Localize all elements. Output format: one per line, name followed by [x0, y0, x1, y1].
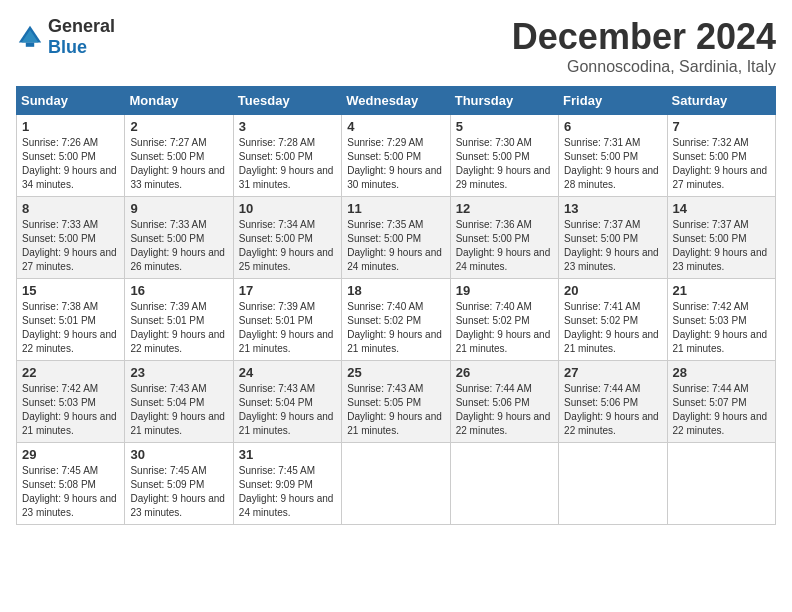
day-number: 7 — [673, 119, 770, 134]
weekday-header-monday: Monday — [125, 87, 233, 115]
day-info: Sunrise: 7:44 AMSunset: 5:07 PMDaylight:… — [673, 383, 768, 436]
day-number: 12 — [456, 201, 553, 216]
day-number: 31 — [239, 447, 336, 462]
day-info: Sunrise: 7:40 AMSunset: 5:02 PMDaylight:… — [347, 301, 442, 354]
weekday-header-friday: Friday — [559, 87, 667, 115]
weekday-header-thursday: Thursday — [450, 87, 558, 115]
day-info: Sunrise: 7:43 AMSunset: 5:04 PMDaylight:… — [130, 383, 225, 436]
day-info: Sunrise: 7:39 AMSunset: 5:01 PMDaylight:… — [130, 301, 225, 354]
calendar-week-row: 29Sunrise: 7:45 AMSunset: 5:08 PMDayligh… — [17, 443, 776, 525]
day-info: Sunrise: 7:33 AMSunset: 5:00 PMDaylight:… — [130, 219, 225, 272]
calendar-cell: 2Sunrise: 7:27 AMSunset: 5:00 PMDaylight… — [125, 115, 233, 197]
calendar-cell: 6Sunrise: 7:31 AMSunset: 5:00 PMDaylight… — [559, 115, 667, 197]
day-number: 21 — [673, 283, 770, 298]
calendar-cell: 14Sunrise: 7:37 AMSunset: 5:00 PMDayligh… — [667, 197, 775, 279]
weekday-header-saturday: Saturday — [667, 87, 775, 115]
day-number: 9 — [130, 201, 227, 216]
calendar-cell: 22Sunrise: 7:42 AMSunset: 5:03 PMDayligh… — [17, 361, 125, 443]
day-info: Sunrise: 7:45 AMSunset: 5:09 PMDaylight:… — [130, 465, 225, 518]
calendar-cell — [342, 443, 450, 525]
month-title: December 2024 — [512, 16, 776, 58]
day-info: Sunrise: 7:40 AMSunset: 5:02 PMDaylight:… — [456, 301, 551, 354]
day-info: Sunrise: 7:31 AMSunset: 5:00 PMDaylight:… — [564, 137, 659, 190]
day-number: 19 — [456, 283, 553, 298]
day-number: 20 — [564, 283, 661, 298]
day-info: Sunrise: 7:37 AMSunset: 5:00 PMDaylight:… — [564, 219, 659, 272]
day-info: Sunrise: 7:34 AMSunset: 5:00 PMDaylight:… — [239, 219, 334, 272]
calendar-cell — [667, 443, 775, 525]
logo-blue: Blue — [48, 37, 87, 57]
weekday-header-tuesday: Tuesday — [233, 87, 341, 115]
calendar-cell — [450, 443, 558, 525]
calendar-cell: 10Sunrise: 7:34 AMSunset: 5:00 PMDayligh… — [233, 197, 341, 279]
day-number: 27 — [564, 365, 661, 380]
calendar-cell: 26Sunrise: 7:44 AMSunset: 5:06 PMDayligh… — [450, 361, 558, 443]
calendar-cell: 15Sunrise: 7:38 AMSunset: 5:01 PMDayligh… — [17, 279, 125, 361]
calendar-cell: 17Sunrise: 7:39 AMSunset: 5:01 PMDayligh… — [233, 279, 341, 361]
calendar-week-row: 22Sunrise: 7:42 AMSunset: 5:03 PMDayligh… — [17, 361, 776, 443]
calendar-cell: 1Sunrise: 7:26 AMSunset: 5:00 PMDaylight… — [17, 115, 125, 197]
calendar-cell: 5Sunrise: 7:30 AMSunset: 5:00 PMDaylight… — [450, 115, 558, 197]
day-info: Sunrise: 7:33 AMSunset: 5:00 PMDaylight:… — [22, 219, 117, 272]
day-info: Sunrise: 7:41 AMSunset: 5:02 PMDaylight:… — [564, 301, 659, 354]
logo-icon — [16, 23, 44, 51]
title-area: December 2024 Gonnoscodina, Sardinia, It… — [512, 16, 776, 76]
day-number: 13 — [564, 201, 661, 216]
calendar-cell: 23Sunrise: 7:43 AMSunset: 5:04 PMDayligh… — [125, 361, 233, 443]
day-number: 2 — [130, 119, 227, 134]
calendar-week-row: 8Sunrise: 7:33 AMSunset: 5:00 PMDaylight… — [17, 197, 776, 279]
day-number: 22 — [22, 365, 119, 380]
day-info: Sunrise: 7:35 AMSunset: 5:00 PMDaylight:… — [347, 219, 442, 272]
logo: General Blue — [16, 16, 115, 58]
calendar-cell: 24Sunrise: 7:43 AMSunset: 5:04 PMDayligh… — [233, 361, 341, 443]
calendar-cell: 27Sunrise: 7:44 AMSunset: 5:06 PMDayligh… — [559, 361, 667, 443]
day-number: 6 — [564, 119, 661, 134]
day-number: 4 — [347, 119, 444, 134]
calendar-cell: 21Sunrise: 7:42 AMSunset: 5:03 PMDayligh… — [667, 279, 775, 361]
calendar-week-row: 15Sunrise: 7:38 AMSunset: 5:01 PMDayligh… — [17, 279, 776, 361]
calendar-cell: 31Sunrise: 7:45 AMSunset: 9:09 PMDayligh… — [233, 443, 341, 525]
calendar-cell: 7Sunrise: 7:32 AMSunset: 5:00 PMDaylight… — [667, 115, 775, 197]
day-number: 5 — [456, 119, 553, 134]
calendar-table: SundayMondayTuesdayWednesdayThursdayFrid… — [16, 86, 776, 525]
day-info: Sunrise: 7:39 AMSunset: 5:01 PMDaylight:… — [239, 301, 334, 354]
day-number: 18 — [347, 283, 444, 298]
day-info: Sunrise: 7:42 AMSunset: 5:03 PMDaylight:… — [673, 301, 768, 354]
svg-rect-2 — [26, 43, 34, 47]
weekday-header-sunday: Sunday — [17, 87, 125, 115]
day-number: 29 — [22, 447, 119, 462]
calendar-cell: 11Sunrise: 7:35 AMSunset: 5:00 PMDayligh… — [342, 197, 450, 279]
day-number: 16 — [130, 283, 227, 298]
day-info: Sunrise: 7:29 AMSunset: 5:00 PMDaylight:… — [347, 137, 442, 190]
weekday-header-wednesday: Wednesday — [342, 87, 450, 115]
calendar-cell: 18Sunrise: 7:40 AMSunset: 5:02 PMDayligh… — [342, 279, 450, 361]
day-info: Sunrise: 7:38 AMSunset: 5:01 PMDaylight:… — [22, 301, 117, 354]
calendar-cell: 3Sunrise: 7:28 AMSunset: 5:00 PMDaylight… — [233, 115, 341, 197]
day-number: 14 — [673, 201, 770, 216]
weekday-header-row: SundayMondayTuesdayWednesdayThursdayFrid… — [17, 87, 776, 115]
day-info: Sunrise: 7:45 AMSunset: 5:08 PMDaylight:… — [22, 465, 117, 518]
day-number: 28 — [673, 365, 770, 380]
page-header: General Blue December 2024 Gonnoscodina,… — [16, 16, 776, 76]
day-info: Sunrise: 7:36 AMSunset: 5:00 PMDaylight:… — [456, 219, 551, 272]
day-number: 30 — [130, 447, 227, 462]
calendar-week-row: 1Sunrise: 7:26 AMSunset: 5:00 PMDaylight… — [17, 115, 776, 197]
calendar-cell: 8Sunrise: 7:33 AMSunset: 5:00 PMDaylight… — [17, 197, 125, 279]
day-number: 10 — [239, 201, 336, 216]
calendar-cell: 4Sunrise: 7:29 AMSunset: 5:00 PMDaylight… — [342, 115, 450, 197]
calendar-cell: 9Sunrise: 7:33 AMSunset: 5:00 PMDaylight… — [125, 197, 233, 279]
day-number: 15 — [22, 283, 119, 298]
day-info: Sunrise: 7:26 AMSunset: 5:00 PMDaylight:… — [22, 137, 117, 190]
day-number: 1 — [22, 119, 119, 134]
day-info: Sunrise: 7:27 AMSunset: 5:00 PMDaylight:… — [130, 137, 225, 190]
day-number: 26 — [456, 365, 553, 380]
day-number: 3 — [239, 119, 336, 134]
calendar-cell: 25Sunrise: 7:43 AMSunset: 5:05 PMDayligh… — [342, 361, 450, 443]
calendar-cell: 12Sunrise: 7:36 AMSunset: 5:00 PMDayligh… — [450, 197, 558, 279]
calendar-cell: 13Sunrise: 7:37 AMSunset: 5:00 PMDayligh… — [559, 197, 667, 279]
calendar-cell: 29Sunrise: 7:45 AMSunset: 5:08 PMDayligh… — [17, 443, 125, 525]
calendar-cell — [559, 443, 667, 525]
location-subtitle: Gonnoscodina, Sardinia, Italy — [512, 58, 776, 76]
day-number: 25 — [347, 365, 444, 380]
calendar-cell: 20Sunrise: 7:41 AMSunset: 5:02 PMDayligh… — [559, 279, 667, 361]
